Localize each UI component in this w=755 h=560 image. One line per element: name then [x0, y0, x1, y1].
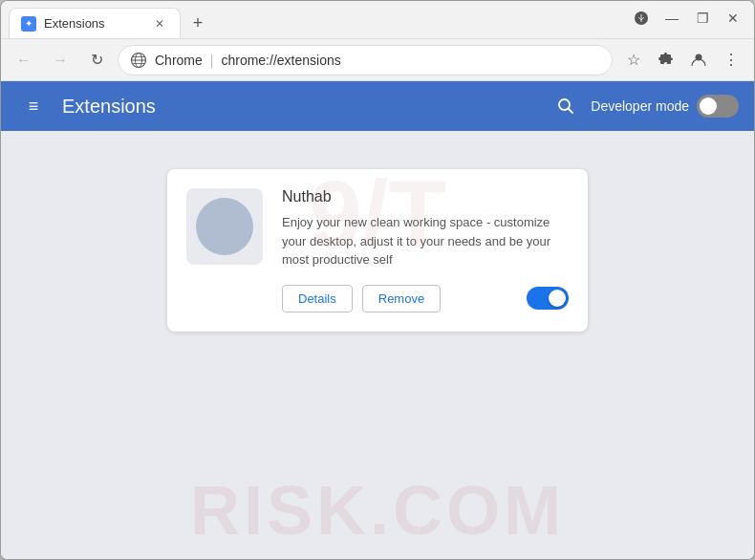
- details-button[interactable]: Details: [282, 285, 353, 312]
- reload-button[interactable]: ↻: [81, 45, 112, 75]
- header-search-button[interactable]: [549, 89, 583, 123]
- extension-toggle-thumb: [549, 290, 566, 307]
- extensions-header: ≡ Extensions Developer mode: [1, 81, 754, 131]
- extension-icon: [196, 198, 253, 255]
- extension-card: Nuthab Enjoy your new clean working spac…: [167, 169, 588, 332]
- extension-icon-area: [186, 188, 263, 265]
- extensions-page-title: Extensions: [62, 96, 549, 118]
- forward-button[interactable]: →: [45, 45, 76, 75]
- tab-favicon: ✦: [21, 16, 36, 32]
- close-button[interactable]: ✕: [720, 5, 746, 32]
- browser-window: ✦ Extensions ✕ + — ❐ ✕ ← → ↻: [0, 0, 755, 560]
- developer-mode-toggle[interactable]: [697, 95, 739, 118]
- download-button[interactable]: [628, 5, 655, 32]
- extensions-puzzle-button[interactable]: [651, 45, 681, 75]
- developer-mode-label: Developer mode: [591, 98, 689, 114]
- minimize-button[interactable]: —: [658, 5, 685, 32]
- title-bar: ✦ Extensions ✕ + — ❐ ✕: [1, 1, 754, 39]
- bookmark-button[interactable]: ☆: [618, 45, 649, 75]
- watermark-bottom: RISK.COM: [190, 471, 565, 549]
- extension-name: Nuthab: [282, 188, 569, 205]
- site-info-icon[interactable]: [130, 52, 147, 69]
- tab-title: Extensions: [44, 16, 143, 31]
- svg-line-9: [569, 109, 573, 114]
- new-tab-button[interactable]: +: [184, 10, 211, 36]
- extension-enable-toggle[interactable]: [527, 287, 569, 310]
- maximize-button[interactable]: ❐: [689, 5, 716, 32]
- extensions-content: 9/T Nuthab Enjoy your new clean working …: [1, 131, 754, 559]
- chrome-brand-text: Chrome: [155, 53, 203, 68]
- extension-info: Nuthab Enjoy your new clean working spac…: [282, 188, 569, 312]
- chrome-menu-button[interactable]: ⋮: [716, 45, 746, 75]
- extension-description: Enjoy your new clean working space - cus…: [282, 213, 569, 269]
- profile-button[interactable]: [683, 45, 714, 75]
- sidebar-menu-button[interactable]: ≡: [16, 89, 51, 123]
- extension-actions: Details Remove: [282, 285, 569, 312]
- address-bar[interactable]: Chrome | chrome://extensions: [118, 45, 613, 75]
- toolbar: ← → ↻ Chrome | chrome://extensions ☆: [1, 39, 754, 81]
- back-button[interactable]: ←: [9, 45, 39, 75]
- tab-close-button[interactable]: ✕: [151, 15, 168, 32]
- address-separator: |: [210, 53, 214, 68]
- developer-mode-toggle-slider: [697, 95, 739, 118]
- tab-strip: ✦ Extensions ✕ +: [9, 1, 622, 38]
- toolbar-actions: ☆ ⋮: [618, 45, 746, 75]
- address-url: chrome://extensions: [221, 53, 340, 68]
- active-tab[interactable]: ✦ Extensions ✕: [9, 8, 181, 38]
- remove-button[interactable]: Remove: [362, 285, 441, 312]
